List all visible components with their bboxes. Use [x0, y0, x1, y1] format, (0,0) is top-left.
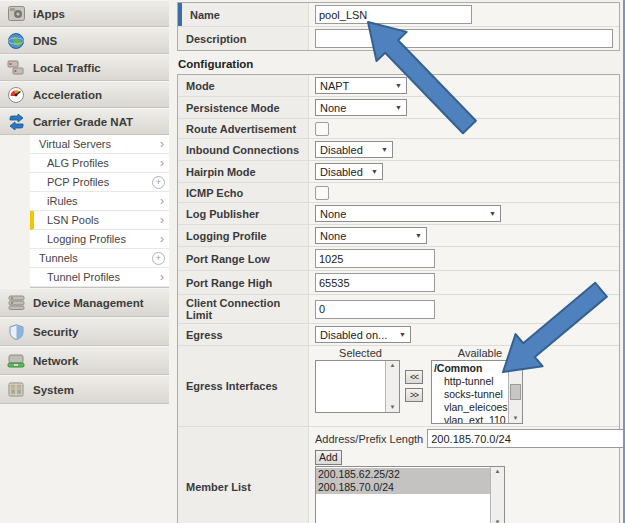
sidebar-item-carrier-grade-nat[interactable]: Carrier Grade NAT	[0, 108, 169, 135]
scrollbar[interactable]: ▲ ▼	[490, 467, 504, 523]
sidebar: iApps DNS Local Traffic Acceleration Car…	[0, 0, 169, 404]
sidebar-item-device-management[interactable]: Device Management	[0, 288, 169, 317]
dropdown-arrow-icon: ▼	[389, 104, 402, 111]
scrollbar-thumb[interactable]	[510, 384, 521, 400]
scrollbar[interactable]: ▲ ▼	[508, 361, 522, 423]
member-list-item[interactable]: 200.185.70.0/24	[316, 481, 490, 494]
description-row: Description	[178, 27, 619, 50]
globe-icon	[6, 32, 26, 50]
dropdown-arrow-icon: ▼	[483, 210, 496, 217]
member-list-item[interactable]: 200.185.62.25/32	[316, 468, 490, 481]
selected-interfaces-listbox[interactable]: ▲ ▼	[315, 360, 400, 413]
name-label: Name	[178, 3, 309, 26]
lsn-pool-form: Name Description Configuration Mode NAPT…	[177, 2, 620, 523]
logging-profile-select[interactable]: None▼	[315, 227, 427, 244]
scroll-up-icon[interactable]: ▲	[390, 361, 396, 370]
member-list-row: Member List Address/Prefix Length Add 20…	[178, 427, 619, 523]
sidebar-item-label: System	[33, 384, 74, 396]
scroll-down-icon[interactable]: ▼	[512, 414, 518, 423]
chevron-right-icon: ›	[160, 272, 164, 282]
plus-circle-icon[interactable]: +	[152, 252, 165, 265]
logging-profile-row: Logging Profile None▼	[178, 225, 619, 247]
egress-row: Egress Disabled on...▼	[178, 324, 619, 346]
scroll-up-icon[interactable]: ▲	[495, 467, 501, 476]
log-publisher-select[interactable]: None▼	[315, 205, 501, 222]
sidebar-item-system[interactable]: System	[0, 375, 169, 404]
move-left-button[interactable]: <<	[405, 370, 423, 384]
plus-circle-icon[interactable]: +	[152, 176, 165, 189]
hairpin-mode-label: Hairpin Mode	[178, 161, 309, 182]
submenu-item-label: PCP Profiles	[47, 176, 109, 188]
configuration-table: Mode NAPT▼ Persistence Mode None▼ Route …	[177, 74, 620, 523]
gauge-icon	[6, 86, 26, 104]
dropdown-arrow-icon: ▼	[389, 82, 402, 89]
iapps-icon	[6, 5, 26, 23]
address-prefix-length-input[interactable]	[427, 429, 625, 448]
mode-select[interactable]: NAPT▼	[315, 77, 407, 94]
listbox-option[interactable]: vlan_ext_110	[432, 414, 508, 423]
address-prefix-length-label: Address/Prefix Length	[315, 433, 423, 445]
add-button[interactable]: Add	[315, 450, 342, 465]
port-range-high-input[interactable]	[315, 273, 435, 292]
submenu-item-logging-profiles[interactable]: Logging Profiles ›	[30, 230, 169, 249]
available-interfaces-listbox[interactable]: /Common http-tunnel socks-tunnel vlan_el…	[431, 360, 523, 424]
scroll-up-icon[interactable]: ▲	[512, 361, 518, 370]
sidebar-item-acceleration[interactable]: Acceleration	[0, 81, 169, 108]
port-range-low-label: Port Range Low	[178, 247, 309, 270]
move-right-button[interactable]: >>	[405, 388, 423, 402]
submenu-item-irules[interactable]: iRules ›	[30, 192, 169, 211]
egress-interfaces-label: Egress Interfaces	[178, 346, 309, 426]
route-advertisement-checkbox[interactable]	[315, 122, 329, 136]
scrollbar[interactable]: ▲ ▼	[385, 361, 399, 412]
inbound-connections-select[interactable]: Disabled▼	[315, 141, 393, 158]
listbox-option[interactable]: socks-tunnel	[432, 388, 508, 401]
sidebar-item-label: Carrier Grade NAT	[33, 116, 133, 128]
sidebar-item-local-traffic[interactable]: Local Traffic	[0, 54, 169, 81]
submenu-item-label: Logging Profiles	[47, 233, 126, 245]
member-listbox[interactable]: 200.185.62.25/32 200.185.70.0/24 ▲ ▼	[315, 466, 505, 523]
inbound-connections-label: Inbound Connections	[178, 139, 309, 160]
persistence-mode-select[interactable]: None▼	[315, 99, 407, 116]
submenu-item-pcp-profiles[interactable]: PCP Profiles +	[30, 173, 169, 192]
port-range-low-input[interactable]	[315, 249, 435, 268]
dropdown-arrow-icon: ▼	[393, 331, 406, 338]
name-input[interactable]	[315, 5, 472, 24]
persistence-mode-row: Persistence Mode None▼	[178, 97, 619, 119]
scroll-down-icon[interactable]: ▼	[495, 518, 501, 523]
servers-icon	[6, 59, 26, 77]
submenu-item-tunnel-profiles[interactable]: Tunnel Profiles ›	[30, 268, 169, 287]
description-input[interactable]	[315, 29, 613, 48]
icmp-echo-checkbox[interactable]	[315, 186, 329, 200]
log-publisher-row: Log Publisher None▼	[178, 203, 619, 225]
shield-icon	[6, 323, 26, 341]
sidebar-item-iapps[interactable]: iApps	[0, 0, 169, 27]
egress-select[interactable]: Disabled on...▼	[315, 326, 411, 343]
required-accent-bar	[178, 3, 182, 26]
sidebar-item-label: Acceleration	[33, 89, 102, 101]
client-connection-limit-row: Client Connection Limit	[178, 295, 619, 324]
submenu-item-label: iRules	[47, 195, 78, 207]
submenu-item-alg-profiles[interactable]: ALG Profiles ›	[30, 154, 169, 173]
scroll-down-icon[interactable]: ▼	[390, 403, 396, 412]
sidebar-item-label: Device Management	[33, 297, 144, 309]
hairpin-mode-select[interactable]: Disabled▼	[315, 163, 383, 180]
client-connection-limit-input[interactable]	[315, 300, 435, 319]
nat-arrows-icon	[6, 113, 26, 131]
submenu-item-tunnels[interactable]: Tunnels +	[30, 249, 169, 268]
sidebar-item-label: Local Traffic	[33, 62, 101, 74]
chevron-right-icon: ›	[160, 234, 164, 244]
submenu-item-virtual-servers[interactable]: Virtual Servers ›	[30, 135, 169, 154]
listbox-option[interactable]: http-tunnel	[432, 375, 508, 388]
mode-row: Mode NAPT▼	[178, 75, 619, 97]
log-publisher-label: Log Publisher	[178, 203, 309, 224]
listbox-option[interactable]: vlan_eleicoes	[432, 401, 508, 414]
sidebar-item-network[interactable]: Network	[0, 346, 169, 375]
sidebar-item-security[interactable]: Security	[0, 317, 169, 346]
chevron-right-icon: ›	[160, 158, 164, 168]
persistence-mode-label: Persistence Mode	[178, 97, 309, 118]
sidebar-item-label: Security	[33, 326, 78, 338]
network-icon	[6, 352, 26, 370]
submenu-item-lsn-pools[interactable]: LSN Pools ›	[30, 211, 169, 230]
route-advertisement-row: Route Advertisement	[178, 119, 619, 139]
sidebar-item-dns[interactable]: DNS	[0, 27, 169, 54]
